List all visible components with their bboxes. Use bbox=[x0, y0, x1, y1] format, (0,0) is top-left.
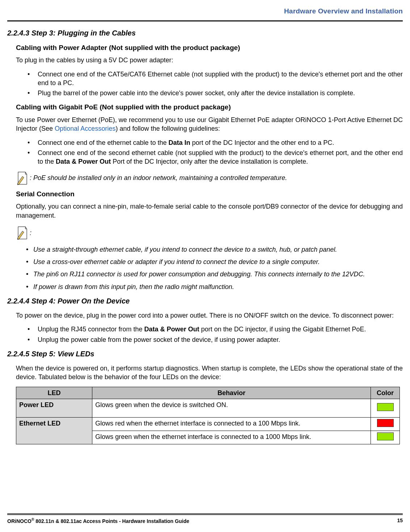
step5-heading: 2.2.4.5 Step 5: View LEDs bbox=[7, 349, 403, 359]
td-behavior: Glows green when the device is switched … bbox=[92, 399, 371, 417]
footer-rule-thick bbox=[7, 514, 403, 514]
poe-title: Cabling with Gigabit PoE (Not supplied w… bbox=[16, 102, 403, 112]
note-colon: : bbox=[30, 229, 32, 237]
step4-bullets: Unplug the RJ45 connector from the Data … bbox=[16, 325, 403, 344]
text: Unplug the RJ45 connector from the bbox=[38, 326, 144, 333]
td-color bbox=[371, 417, 400, 431]
text: ORiNOCO bbox=[7, 518, 32, 524]
text: Connect one end of the ethernet cable to… bbox=[38, 139, 168, 146]
table-row: Power LED Glows green when the device is… bbox=[16, 399, 400, 417]
step5-body: When the device is powered on, it perfor… bbox=[16, 364, 403, 382]
poe-bullets: Connect one end of the ethernet cable to… bbox=[16, 138, 403, 166]
td-behavior: Glows green when the ethernet interface … bbox=[92, 431, 371, 444]
step5-para: When the device is powered on, it perfor… bbox=[16, 364, 403, 382]
step4-body: To power on the device, plug in the powe… bbox=[16, 311, 403, 344]
led-table: LED Behavior Color Power LED Glows green… bbox=[16, 387, 400, 445]
poe-intro: To use Power over Ethernet (PoE), we rec… bbox=[16, 116, 403, 133]
pa-bullets: Connect one end of the CAT5e/CAT6 Ethern… bbox=[16, 70, 403, 98]
step4-heading: 2.2.4.4 Step 4: Power On the Device bbox=[7, 296, 403, 306]
list-item: Plug the barrel of the power cable into … bbox=[24, 89, 403, 97]
step4-para: To power on the device, plug in the powe… bbox=[16, 311, 403, 320]
pa-intro: To plug in the cables by using a 5V DC p… bbox=[16, 56, 403, 64]
list-item: The pin6 on RJ11 connector is used for p… bbox=[24, 270, 403, 278]
text-bold: Data & Power Out bbox=[56, 158, 111, 165]
color-swatch-green bbox=[377, 403, 394, 411]
list-item: Unplug the power cable from the power so… bbox=[24, 335, 403, 344]
text: port on the DC injector, if using the Gi… bbox=[199, 326, 366, 333]
header-rule-thin bbox=[7, 21, 403, 22]
footer-rule-thin bbox=[7, 515, 403, 515]
color-swatch-green bbox=[377, 432, 394, 440]
text: 802.11n & 802.11ac Access Points - Hardw… bbox=[34, 518, 189, 524]
text: port of the DC Injector and the other en… bbox=[190, 139, 334, 146]
text: ) and follow the following guidelines: bbox=[116, 125, 220, 132]
footer-left: ORiNOCO® 802.11n & 802.11ac Access Point… bbox=[7, 517, 189, 525]
list-item: Connect one end of the ethernet cable to… bbox=[24, 138, 403, 147]
th-behavior: Behavior bbox=[92, 387, 371, 399]
text-bold: Data In bbox=[168, 139, 190, 146]
pa-title: Cabling with Power Adapter (Not supplied… bbox=[16, 43, 403, 53]
text: Port of the DC Injector, only after the … bbox=[111, 158, 308, 165]
step3-heading: 2.2.4.3 Step 3: Plugging in the Cables bbox=[7, 28, 403, 38]
list-item: Use a cross-over ethernet cable or adapt… bbox=[24, 257, 403, 266]
td-behavior: Glows red when the ethernet interface is… bbox=[92, 417, 371, 431]
list-item: Connect one end of the CAT5e/CAT6 Ethern… bbox=[24, 70, 403, 88]
note-text: : PoE should be installed only in an ind… bbox=[30, 173, 287, 182]
poe-note: : PoE should be installed only in an ind… bbox=[16, 171, 403, 185]
text-bold: Data & Power Out bbox=[144, 326, 199, 333]
color-swatch-red bbox=[377, 419, 394, 427]
optional-accessories-link[interactable]: Optional Accessories bbox=[55, 125, 116, 132]
note-pencil-icon bbox=[16, 171, 28, 185]
serial-title: Serial Connection bbox=[16, 189, 403, 199]
td-color bbox=[371, 399, 400, 417]
table-header-row: LED Behavior Color bbox=[16, 387, 400, 399]
list-item: If power is drawn from this input pin, t… bbox=[24, 282, 403, 291]
td-color bbox=[371, 431, 400, 444]
list-item: Use a straight-through ethernet cable, i… bbox=[24, 245, 403, 254]
serial-notes-list: Use a straight-through ethernet cable, i… bbox=[16, 245, 403, 291]
page-footer: ORiNOCO® 802.11n & 802.11ac Access Point… bbox=[7, 514, 403, 525]
td-led-name: Power LED bbox=[16, 399, 92, 417]
td-led-name: Ethernet LED bbox=[16, 417, 92, 444]
header-rule-thick bbox=[7, 20, 403, 21]
footer-line: ORiNOCO® 802.11n & 802.11ac Access Point… bbox=[7, 517, 403, 525]
th-color: Color bbox=[371, 387, 400, 399]
th-led: LED bbox=[16, 387, 92, 399]
note-pencil-icon bbox=[16, 225, 28, 241]
document-page: Hardware Overview and Installation 2.2.4… bbox=[0, 0, 410, 532]
serial-para: Optionally, you can connect a nine-pin, … bbox=[16, 202, 403, 220]
step3-body: Cabling with Power Adapter (Not supplied… bbox=[16, 43, 403, 291]
table-row: Ethernet LED Glows red when the ethernet… bbox=[16, 417, 400, 431]
page-number: 15 bbox=[397, 517, 403, 525]
list-item: Connect one end of the second ethernet c… bbox=[24, 148, 403, 166]
running-header: Hardware Overview and Installation bbox=[7, 7, 403, 16]
serial-note-icon-row: : bbox=[16, 225, 403, 241]
list-item: Unplug the RJ45 connector from the Data … bbox=[24, 325, 403, 334]
